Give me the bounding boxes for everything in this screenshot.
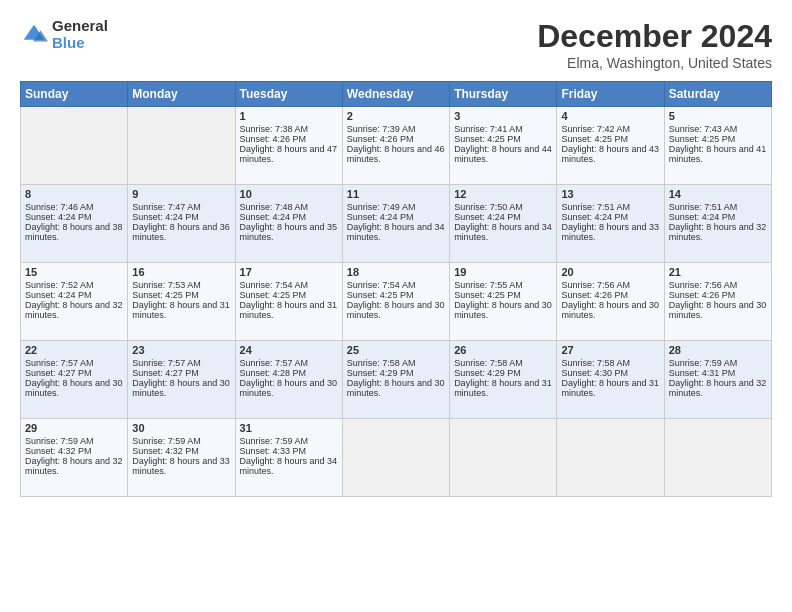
- sunrise-text: Sunrise: 7:54 AM: [347, 280, 416, 290]
- day-number: 17: [240, 266, 338, 278]
- sunset-text: Sunset: 4:26 PM: [669, 290, 736, 300]
- sunset-text: Sunset: 4:31 PM: [669, 368, 736, 378]
- calendar-cell: 24Sunrise: 7:57 AMSunset: 4:28 PMDayligh…: [235, 341, 342, 419]
- day-number: 25: [347, 344, 445, 356]
- calendar-cell: 27Sunrise: 7:58 AMSunset: 4:30 PMDayligh…: [557, 341, 664, 419]
- calendar-cell: [342, 419, 449, 497]
- sunrise-text: Sunrise: 7:41 AM: [454, 124, 523, 134]
- daylight-text: Daylight: 8 hours and 31 minutes.: [132, 300, 230, 320]
- sunset-text: Sunset: 4:27 PM: [132, 368, 199, 378]
- daylight-text: Daylight: 8 hours and 32 minutes.: [25, 456, 123, 476]
- calendar-cell: [128, 107, 235, 185]
- day-number: 15: [25, 266, 123, 278]
- daylight-text: Daylight: 8 hours and 43 minutes.: [561, 144, 659, 164]
- daylight-text: Daylight: 8 hours and 34 minutes.: [347, 222, 445, 242]
- col-header-wednesday: Wednesday: [342, 82, 449, 107]
- daylight-text: Daylight: 8 hours and 31 minutes.: [240, 300, 338, 320]
- col-header-monday: Monday: [128, 82, 235, 107]
- sunrise-text: Sunrise: 7:54 AM: [240, 280, 309, 290]
- logo-icon: [20, 21, 48, 49]
- day-number: 30: [132, 422, 230, 434]
- day-number: 27: [561, 344, 659, 356]
- calendar-cell: 18Sunrise: 7:54 AMSunset: 4:25 PMDayligh…: [342, 263, 449, 341]
- day-number: 8: [25, 188, 123, 200]
- day-number: 14: [669, 188, 767, 200]
- sunset-text: Sunset: 4:29 PM: [454, 368, 521, 378]
- col-header-sunday: Sunday: [21, 82, 128, 107]
- sunset-text: Sunset: 4:24 PM: [25, 212, 92, 222]
- day-number: 19: [454, 266, 552, 278]
- calendar-cell: 19Sunrise: 7:55 AMSunset: 4:25 PMDayligh…: [450, 263, 557, 341]
- calendar-cell: 17Sunrise: 7:54 AMSunset: 4:25 PMDayligh…: [235, 263, 342, 341]
- calendar-cell: 10Sunrise: 7:48 AMSunset: 4:24 PMDayligh…: [235, 185, 342, 263]
- sunset-text: Sunset: 4:24 PM: [561, 212, 628, 222]
- day-number: 22: [25, 344, 123, 356]
- day-number: 29: [25, 422, 123, 434]
- day-number: 31: [240, 422, 338, 434]
- sunrise-text: Sunrise: 7:58 AM: [454, 358, 523, 368]
- sunrise-text: Sunrise: 7:51 AM: [561, 202, 630, 212]
- month-title: December 2024: [537, 18, 772, 55]
- sunset-text: Sunset: 4:25 PM: [240, 290, 307, 300]
- sunset-text: Sunset: 4:25 PM: [669, 134, 736, 144]
- sunrise-text: Sunrise: 7:59 AM: [25, 436, 94, 446]
- sunset-text: Sunset: 4:24 PM: [132, 212, 199, 222]
- day-number: 21: [669, 266, 767, 278]
- calendar-cell: 15Sunrise: 7:52 AMSunset: 4:24 PMDayligh…: [21, 263, 128, 341]
- title-block: December 2024 Elma, Washington, United S…: [537, 18, 772, 71]
- sunrise-text: Sunrise: 7:50 AM: [454, 202, 523, 212]
- sunset-text: Sunset: 4:32 PM: [132, 446, 199, 456]
- calendar-cell: 11Sunrise: 7:49 AMSunset: 4:24 PMDayligh…: [342, 185, 449, 263]
- calendar-cell: 29Sunrise: 7:59 AMSunset: 4:32 PMDayligh…: [21, 419, 128, 497]
- calendar-table: SundayMondayTuesdayWednesdayThursdayFrid…: [20, 81, 772, 497]
- page: General Blue December 2024 Elma, Washing…: [0, 0, 792, 612]
- daylight-text: Daylight: 8 hours and 36 minutes.: [132, 222, 230, 242]
- day-number: 11: [347, 188, 445, 200]
- day-number: 12: [454, 188, 552, 200]
- sunrise-text: Sunrise: 7:38 AM: [240, 124, 309, 134]
- week-row-2: 15Sunrise: 7:52 AMSunset: 4:24 PMDayligh…: [21, 263, 772, 341]
- sunset-text: Sunset: 4:24 PM: [25, 290, 92, 300]
- day-number: 13: [561, 188, 659, 200]
- week-row-0: 1Sunrise: 7:38 AMSunset: 4:26 PMDaylight…: [21, 107, 772, 185]
- daylight-text: Daylight: 8 hours and 30 minutes.: [561, 300, 659, 320]
- daylight-text: Daylight: 8 hours and 47 minutes.: [240, 144, 338, 164]
- day-number: 4: [561, 110, 659, 122]
- calendar-cell: [557, 419, 664, 497]
- sunrise-text: Sunrise: 7:53 AM: [132, 280, 201, 290]
- calendar-cell: 30Sunrise: 7:59 AMSunset: 4:32 PMDayligh…: [128, 419, 235, 497]
- sunrise-text: Sunrise: 7:52 AM: [25, 280, 94, 290]
- calendar-cell: 4Sunrise: 7:42 AMSunset: 4:25 PMDaylight…: [557, 107, 664, 185]
- sunset-text: Sunset: 4:25 PM: [454, 290, 521, 300]
- daylight-text: Daylight: 8 hours and 32 minutes.: [25, 300, 123, 320]
- calendar-cell: 8Sunrise: 7:46 AMSunset: 4:24 PMDaylight…: [21, 185, 128, 263]
- calendar-cell: 31Sunrise: 7:59 AMSunset: 4:33 PMDayligh…: [235, 419, 342, 497]
- day-number: 18: [347, 266, 445, 278]
- daylight-text: Daylight: 8 hours and 31 minutes.: [561, 378, 659, 398]
- sunset-text: Sunset: 4:25 PM: [454, 134, 521, 144]
- calendar-cell: 23Sunrise: 7:57 AMSunset: 4:27 PMDayligh…: [128, 341, 235, 419]
- day-number: 24: [240, 344, 338, 356]
- daylight-text: Daylight: 8 hours and 32 minutes.: [669, 378, 767, 398]
- calendar-cell: 2Sunrise: 7:39 AMSunset: 4:26 PMDaylight…: [342, 107, 449, 185]
- sunset-text: Sunset: 4:25 PM: [561, 134, 628, 144]
- col-header-tuesday: Tuesday: [235, 82, 342, 107]
- day-number: 1: [240, 110, 338, 122]
- calendar-cell: 9Sunrise: 7:47 AMSunset: 4:24 PMDaylight…: [128, 185, 235, 263]
- daylight-text: Daylight: 8 hours and 30 minutes.: [669, 300, 767, 320]
- calendar-cell: 14Sunrise: 7:51 AMSunset: 4:24 PMDayligh…: [664, 185, 771, 263]
- col-header-thursday: Thursday: [450, 82, 557, 107]
- calendar-cell: 13Sunrise: 7:51 AMSunset: 4:24 PMDayligh…: [557, 185, 664, 263]
- col-header-saturday: Saturday: [664, 82, 771, 107]
- daylight-text: Daylight: 8 hours and 41 minutes.: [669, 144, 767, 164]
- sunrise-text: Sunrise: 7:59 AM: [132, 436, 201, 446]
- sunset-text: Sunset: 4:24 PM: [669, 212, 736, 222]
- sunset-text: Sunset: 4:27 PM: [25, 368, 92, 378]
- calendar-cell: [21, 107, 128, 185]
- calendar-cell: [664, 419, 771, 497]
- day-number: 28: [669, 344, 767, 356]
- logo-text: General Blue: [52, 18, 108, 51]
- calendar-cell: 21Sunrise: 7:56 AMSunset: 4:26 PMDayligh…: [664, 263, 771, 341]
- logo-general: General: [52, 18, 108, 35]
- daylight-text: Daylight: 8 hours and 30 minutes.: [240, 378, 338, 398]
